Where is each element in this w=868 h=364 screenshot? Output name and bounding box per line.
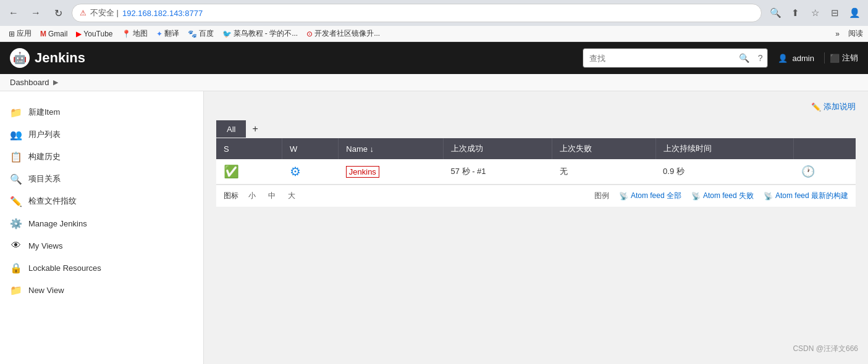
bookmark-csdn[interactable]: ⊙ 开发者社区镜像升...: [303, 27, 384, 40]
sidebar-label-project-relations: 项目关系: [28, 173, 61, 184]
bookmarks-more[interactable]: »: [833, 28, 842, 39]
manage-jenkins-icon: ⚙️: [10, 217, 22, 230]
user-label: admin: [793, 54, 814, 63]
back-button[interactable]: ←: [5, 4, 22, 22]
atom-feed-fail-link[interactable]: 📡 Atom feed 失败: [691, 191, 754, 201]
runoob-icon: 🐦: [222, 30, 232, 38]
col-last-duration: 上次持续时间: [655, 138, 794, 159]
user-list-icon: 👥: [10, 128, 22, 141]
job-name-cell: Jenkins: [339, 159, 444, 184]
jenkins-logo-icon: 🤖: [10, 48, 30, 68]
user-menu[interactable]: 👤 admin: [778, 54, 814, 63]
atom-latest-icon: 📡: [764, 192, 773, 201]
sidebar-item-my-views[interactable]: 👁 My Views: [0, 234, 203, 257]
sidebar-label-build-history: 构建历史: [28, 151, 61, 162]
url-text: 192.168.182.143:8777: [122, 9, 203, 18]
jobs-table: S W Name ↓ 上次成功 上次失败 上次持续时间: [216, 138, 856, 184]
size-small-button[interactable]: 小: [246, 190, 258, 202]
schedule-build-icon[interactable]: 🕐: [801, 165, 815, 178]
tab-all[interactable]: All: [216, 120, 246, 138]
bookmark-maps[interactable]: 📍 地图: [118, 27, 151, 40]
atom-all-icon: 📡: [619, 192, 628, 201]
tab-add-button[interactable]: +: [246, 120, 264, 138]
col-action: [794, 138, 856, 159]
breadcrumb-dashboard[interactable]: Dashboard: [10, 78, 49, 87]
project-relations-icon: 🔍: [10, 173, 22, 185]
add-description-icon: ✏️: [811, 102, 821, 112]
col-name: Name ↓: [339, 138, 444, 159]
sidebar-item-user-list[interactable]: 👥 用户列表: [0, 123, 203, 146]
logout-button[interactable]: ⬛ 注销: [824, 52, 858, 64]
browser-toolbar: ← → ↻ ⚠ 不安全 | 192.168.182.143:8777 🔍 ⬆ ☆…: [0, 0, 868, 26]
check-fingerprint-icon: ✏️: [10, 195, 22, 207]
job-action-cell: 🕐: [794, 159, 856, 184]
bookmark-translate[interactable]: ✦ 翻译: [153, 27, 183, 40]
jenkins-header: 🤖 Jenkins 🔍 ? 👤 admin ⬛ 注销: [0, 42, 868, 74]
breadcrumb-arrow: ▶: [53, 78, 58, 86]
sidebar-label-new-view: New View: [28, 286, 64, 295]
sidebar-item-build-history[interactable]: 📋 构建历史: [0, 146, 203, 168]
tab-manager-button[interactable]: ⊟: [826, 4, 843, 22]
sidebar-label-new-item: 新建Item: [28, 107, 60, 118]
job-weather-cell: ⚙: [282, 159, 339, 184]
job-last-failure-cell: 无: [552, 159, 655, 184]
gmail-icon: M: [40, 30, 46, 38]
job-last-success-cell: 57 秒 - #1: [443, 159, 552, 184]
jenkins-logo[interactable]: 🤖 Jenkins: [10, 48, 85, 68]
logout-icon: ⬛: [830, 54, 840, 63]
browser-chrome: ← → ↻ ⚠ 不安全 | 192.168.182.143:8777 🔍 ⬆ ☆…: [0, 0, 868, 42]
translate-icon: ✦: [156, 30, 162, 38]
sidebar-item-lockable-resources[interactable]: 🔒 Lockable Resources: [0, 257, 203, 279]
add-description-button[interactable]: ✏️ 添加说明: [811, 101, 856, 112]
sidebar-item-new-item[interactable]: 📁 新建Item: [0, 101, 203, 123]
job-status-cell: ✅: [216, 159, 282, 184]
col-last-failure: 上次失败: [552, 138, 655, 159]
legend-label: 图例: [594, 191, 609, 201]
bookmark-youtube[interactable]: ▶ YouTube: [72, 28, 116, 39]
atom-latest-label: Atom feed 最新的构建: [775, 191, 848, 201]
youtube-label: YouTube: [83, 30, 112, 38]
bookmark-baidu[interactable]: 🐾 百度: [184, 27, 217, 40]
search-icon: 🔍: [739, 53, 749, 63]
bookmark-button[interactable]: ☆: [806, 4, 824, 22]
bookmarks-bar: ⊞ 应用 M Gmail ▶ YouTube 📍 地图 ✦ 翻译 🐾 百度 🐦 …: [0, 26, 868, 42]
my-views-icon: 👁: [10, 239, 22, 252]
footer-bar: 图标 小 中 大 图例 📡 Atom feed 全部 📡 Atom feed 失…: [216, 184, 856, 207]
atom-feed-latest-link[interactable]: 📡 Atom feed 最新的构建: [764, 191, 848, 201]
sidebar-item-project-relations[interactable]: 🔍 项目关系: [0, 168, 203, 190]
sidebar-item-check-fingerprint[interactable]: ✏️ 检查文件指纹: [0, 190, 203, 212]
address-bar[interactable]: ⚠ 不安全 | 192.168.182.143:8777: [72, 4, 762, 22]
icon-label: 图标: [224, 191, 238, 201]
jenkins-title: Jenkins: [35, 50, 85, 66]
reader-mode-button[interactable]: 阅读: [848, 28, 863, 39]
sidebar-item-new-view[interactable]: 📁 New View: [0, 279, 203, 301]
size-medium-button[interactable]: 中: [266, 190, 278, 202]
atom-feed-all-link[interactable]: 📡 Atom feed 全部: [619, 191, 681, 201]
bookmark-gmail[interactable]: M Gmail: [36, 28, 71, 39]
job-status-success-icon: ✅: [224, 165, 239, 178]
profile-button[interactable]: 👤: [846, 4, 863, 22]
sidebar-label-check-fingerprint: 检查文件指纹: [28, 196, 77, 207]
job-link[interactable]: Jenkins: [346, 166, 379, 178]
refresh-button[interactable]: ↻: [49, 4, 67, 22]
forward-button[interactable]: →: [27, 4, 44, 22]
search-page-button[interactable]: 🔍: [767, 4, 784, 22]
content-area: ✏️ 添加说明 All + S W: [204, 91, 868, 364]
bookmark-runoob[interactable]: 🐦 菜鸟教程 - 学的不...: [219, 27, 302, 40]
sidebar-item-manage-jenkins[interactable]: ⚙️ Manage Jenkins: [0, 212, 203, 234]
build-history-icon: 📋: [10, 151, 22, 163]
search-help-icon[interactable]: ?: [758, 53, 763, 63]
apps-icon: ⊞: [9, 30, 15, 38]
sidebar: 📁 新建Item 👥 用户列表 📋 构建历史 🔍 项目关系 ✏️ 检查文件指纹 …: [0, 91, 204, 364]
atom-fail-label: Atom feed 失败: [703, 191, 754, 201]
sidebar-label-user-list: 用户列表: [28, 129, 61, 140]
col-last-success: 上次成功: [443, 138, 552, 159]
job-last-duration-cell: 0.9 秒: [655, 159, 794, 184]
bookmark-apps[interactable]: ⊞ 应用: [5, 27, 35, 40]
new-item-icon: 📁: [10, 106, 22, 118]
main-layout: 📁 新建Item 👥 用户列表 📋 构建历史 🔍 项目关系 ✏️ 检查文件指纹 …: [0, 91, 868, 364]
youtube-icon: ▶: [76, 30, 82, 38]
share-button[interactable]: ⬆: [786, 4, 804, 22]
breadcrumb: Dashboard ▶: [0, 74, 868, 91]
size-large-button[interactable]: 大: [285, 190, 298, 202]
